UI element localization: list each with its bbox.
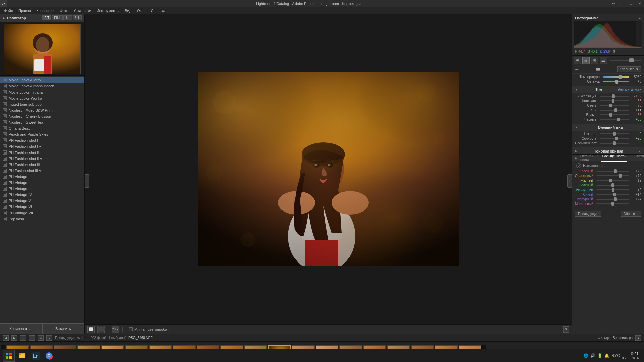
redeye-tool[interactable]: ◉ <box>591 57 598 64</box>
vibrance-thumb[interactable] <box>615 137 618 140</box>
green-track[interactable] <box>596 185 629 186</box>
preset-item-ph-vintage-6[interactable]: ▦ PH Vintage VI <box>0 204 84 210</box>
highlights-track[interactable] <box>600 105 629 106</box>
preset-item-ph-fashion-2v[interactable]: ▦ PH Fashion shot II v <box>0 156 84 162</box>
contrast-track[interactable] <box>600 100 629 101</box>
spot-removal-tool[interactable]: ◎ <box>582 57 590 64</box>
next-view-button[interactable]: ▶ <box>11 335 17 341</box>
grid-view-button[interactable]: ⊞ <box>20 335 26 341</box>
menu-tools[interactable]: Инструменты <box>94 8 122 13</box>
tint-thumb[interactable] <box>615 80 618 84</box>
copy-button[interactable]: Копировать... <box>0 323 42 334</box>
appearance-header[interactable]: ▼ Внешний вид <box>572 124 644 131</box>
menu-file[interactable]: Файл <box>1 8 16 13</box>
paste-button[interactable]: Вставить <box>42 323 85 334</box>
yellow-track[interactable] <box>596 180 629 181</box>
compare-view-button[interactable]: ⬛⬛ <box>97 326 105 333</box>
preset-item-peach[interactable]: ▦ Peach and Purple Skies <box>0 131 84 137</box>
orange-track[interactable] <box>596 175 629 176</box>
snap-button[interactable]: ⇔ <box>609 0 618 7</box>
tone-curve-header[interactable]: ▶ Тоновая кривая ▲ <box>572 148 644 155</box>
preset-item-tijuana[interactable]: ▦ Movie Looks-Tijuana <box>0 89 84 95</box>
left-panel-collapse[interactable]: ‹ <box>85 174 89 188</box>
taskbar-chrome-icon[interactable] <box>43 350 55 362</box>
whites-track[interactable] <box>600 114 629 115</box>
preset-item-pop-flash[interactable]: ▦ Pop flash <box>0 216 84 222</box>
saturation-thumb[interactable] <box>613 141 616 145</box>
menu-photo[interactable]: Фото <box>57 8 71 13</box>
temperature-thumb[interactable] <box>619 75 622 79</box>
wb-preset-dropdown[interactable]: Как снято ▼ <box>617 66 641 72</box>
preset-item-omaha-beach[interactable]: ▦ Movie Looks-Omaha Beach <box>0 83 84 89</box>
preset-item-nicolesy-tea[interactable]: ▦ Nicolesy - Sweet Tea <box>0 119 84 125</box>
zoom-fit[interactable]: FIT <box>42 15 51 20</box>
preset-item-wonka[interactable]: ▦ Movie Looks-Wonka <box>0 95 84 101</box>
preset-item-movie-looks-clarity[interactable]: ▦ Movie Looks-Clarity <box>0 77 84 83</box>
tone-curve-expand[interactable]: ▲ <box>638 149 641 153</box>
saturation-track[interactable] <box>600 143 629 144</box>
green-thumb[interactable] <box>611 183 614 187</box>
preset-item-nicolesy-cherry[interactable]: ▦ Nicolesy - Cherry Blossom <box>0 113 84 119</box>
zoom-1to1[interactable]: 1:1 <box>63 15 72 20</box>
right-panel-collapse[interactable]: › <box>567 174 572 188</box>
preset-item-nicolesy-bw[interactable]: ▦ Nicolesy - Aged B&W Print <box>0 107 84 113</box>
crop-tool[interactable]: ⊕ <box>574 57 581 64</box>
eyedropper-icon[interactable]: ✒ <box>575 67 579 72</box>
whites-thumb[interactable] <box>609 113 612 117</box>
menu-help[interactable]: Справка <box>148 8 168 13</box>
single-view-button[interactable]: ⬜ <box>87 326 95 333</box>
menu-window[interactable]: Окно <box>134 8 148 13</box>
filmstrip-view-button[interactable]: ⊟ <box>29 335 35 341</box>
minimize-button[interactable]: – <box>618 0 627 7</box>
navigator-toggle[interactable]: ▶ <box>3 16 5 20</box>
purple-thumb[interactable] <box>614 197 617 201</box>
menu-corrections[interactable]: Коррекции <box>34 8 57 13</box>
menu-edit[interactable]: Правка <box>16 8 34 13</box>
preset-item-ph-vintage-2[interactable]: ▦ PH Vintage II <box>0 180 84 186</box>
preset-item-ph-vintage-5[interactable]: ▦ PH Vintage V <box>0 198 84 204</box>
contrast-thumb[interactable] <box>612 99 614 103</box>
start-button[interactable] <box>3 350 15 362</box>
maximize-button[interactable]: □ <box>627 0 635 7</box>
blue-thumb[interactable] <box>613 193 616 196</box>
zoom-3to1[interactable]: 3:1 <box>73 15 82 20</box>
blacks-thumb[interactable] <box>617 118 620 121</box>
filter-expand[interactable]: ▲ <box>635 335 641 341</box>
preset-item-muted-tone[interactable]: ▦ muted tone sub-pop <box>0 101 84 107</box>
preset-item-ph-vintage-3[interactable]: ▦ PH Vintage III <box>0 186 84 192</box>
menu-settings[interactable]: Установки <box>71 8 94 13</box>
soft-proofing-checkbox[interactable] <box>129 327 133 331</box>
reset-button[interactable]: Сбросить <box>621 211 641 217</box>
toolbar-down-arrow[interactable]: ▼ <box>563 326 569 333</box>
zoom-fill[interactable]: FILL <box>52 15 63 20</box>
red-thumb[interactable] <box>614 169 617 173</box>
preset-item-ph-vintage-4[interactable]: ▦ PH Vintage IV <box>0 192 84 198</box>
preset-item-ph-vintage-1[interactable]: ▦ PH Vintage I <box>0 174 84 180</box>
preset-item-ph-fashion-1[interactable]: ▦ PH Fashion shot I <box>0 137 84 143</box>
purple-track[interactable] <box>596 199 629 200</box>
hsl-tab-hue[interactable]: Оттенок цвета <box>579 154 594 162</box>
prev-view-button[interactable]: ◀ <box>3 335 9 341</box>
exposure-thumb[interactable] <box>612 94 615 98</box>
back-nav-button[interactable]: ◂ <box>38 335 44 341</box>
tone-header[interactable]: ▼ Тон Автоматически <box>572 86 644 93</box>
tint-track[interactable] <box>603 81 629 82</box>
clarity-track[interactable] <box>600 133 629 134</box>
aqua-track[interactable] <box>596 189 629 190</box>
histogram-expand-icon[interactable]: ▲ <box>638 16 641 20</box>
hsl-target-icon[interactable]: ⊕ <box>576 163 581 168</box>
red-track[interactable] <box>596 171 629 172</box>
hsl-tab-saturation[interactable]: Насыщенность <box>601 154 627 162</box>
preset-item-ph-fasion-3v[interactable]: ▦ PH Fasion shot III v <box>0 168 84 174</box>
magenta-thumb[interactable] <box>611 202 614 206</box>
magenta-track[interactable] <box>596 203 629 204</box>
blacks-track[interactable] <box>600 119 629 120</box>
color-label-button[interactable]: YYY <box>112 326 119 333</box>
orange-thumb[interactable] <box>619 174 622 178</box>
previous-button[interactable]: Предыдущие <box>575 211 601 217</box>
hsl-tab-luminance[interactable]: Светлота <box>633 154 644 162</box>
forward-nav-button[interactable]: ▸ <box>46 335 52 341</box>
graduated-filter-tool[interactable]: ▬ <box>600 57 607 64</box>
shadows-thumb[interactable] <box>614 108 617 112</box>
aqua-thumb[interactable] <box>612 188 614 192</box>
